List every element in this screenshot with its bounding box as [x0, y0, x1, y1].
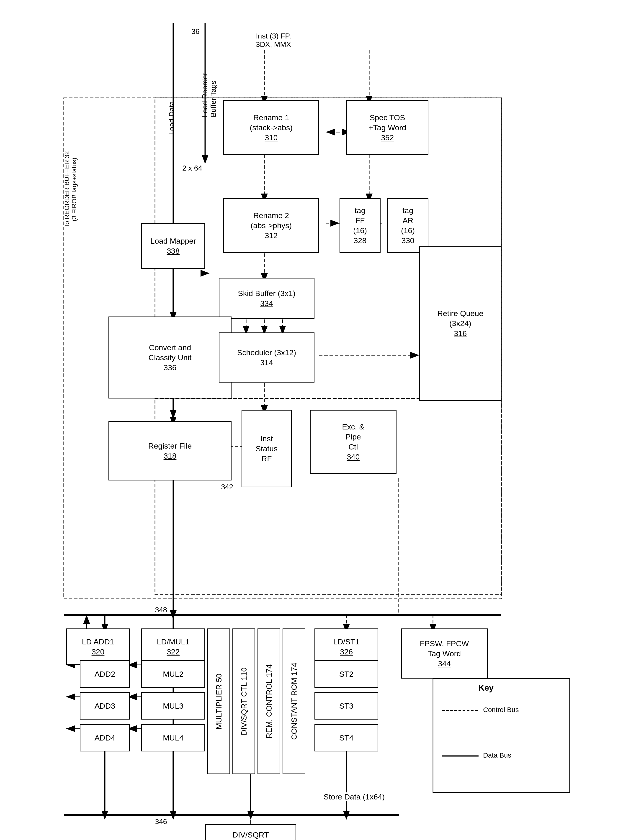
rename2-box: Rename 2(abs->phys) 312	[223, 198, 319, 253]
add3-label: ADD3	[95, 701, 115, 711]
svg-marker-75	[410, 352, 419, 359]
ld-st1-label: LD/ST1	[333, 637, 360, 647]
tag-ff-box: tagFF(16) 328	[340, 198, 380, 253]
st4-label: ST4	[339, 733, 354, 743]
svg-marker-67	[170, 810, 177, 820]
svg-marker-51	[66, 725, 75, 732]
tag-ar-box: tagAR(16) 330	[388, 198, 428, 253]
convert-classify-box: Convert andClassify Unit 336	[108, 317, 232, 399]
data-bus-label: Data Bus	[483, 751, 511, 759]
diagram-container: Rename 1(stack->abs) 310 Spec TOS+Tag Wo…	[0, 0, 618, 840]
retire-queue-ref: 316	[454, 328, 467, 338]
ref-342-label: 342	[221, 483, 233, 491]
fpsw-ref: 344	[438, 659, 451, 668]
ld-add1-box: LD ADD1 320	[66, 628, 130, 665]
ld-mul1-box: LD/MUL1 322	[141, 628, 205, 665]
rename1-ref: 310	[265, 133, 278, 142]
rem-control-label: REM. CONTROL 174	[264, 664, 274, 738]
exc-pipe-label: Exc. &PipeCtl	[342, 422, 364, 452]
spec-tos-box: Spec TOS+Tag Word 352	[346, 100, 428, 155]
fpsw-label: FPSW, FPCWTag Word	[420, 639, 469, 659]
svg-marker-39	[170, 610, 177, 619]
spec-tos-label: Spec TOS+Tag Word	[369, 113, 406, 133]
store-data-label: Store Data (1x64)	[324, 793, 385, 801]
ref-36-label: 36	[192, 27, 200, 36]
add2-box: ADD2	[80, 660, 130, 688]
exc-pipe-ref: 340	[347, 452, 360, 462]
ld-add1-ref: 320	[92, 647, 105, 657]
svg-marker-19	[326, 129, 335, 135]
two-x-64-label: 2 x 64	[182, 164, 202, 172]
load-mapper-ref: 338	[167, 246, 180, 256]
ref-346-label: 346	[155, 818, 167, 826]
st4-box: ST4	[315, 724, 378, 751]
skid-buffer-box: Skid Buffer (3x1) 334	[219, 278, 315, 319]
rename2-ref: 312	[265, 230, 278, 240]
to-reorder-label: To REORDER BUFFER 32(3 FIROB tags+status…	[63, 133, 78, 246]
add2-label: ADD2	[95, 669, 115, 679]
key-title-label: Key	[478, 683, 493, 693]
ld-st1-box: LD/ST1 326	[315, 628, 378, 665]
mul3-box: MUL3	[141, 692, 205, 720]
control-bus-label: Control Bus	[483, 706, 519, 714]
mul2-label: MUL2	[163, 669, 184, 679]
rename1-box: Rename 1(stack->abs) 310	[223, 100, 319, 155]
svg-marker-4	[170, 410, 177, 419]
register-file-ref: 318	[163, 451, 177, 461]
mul2-box: MUL2	[141, 660, 205, 688]
svg-rect-78	[433, 679, 570, 793]
rename2-label: Rename 2(abs->phys)	[251, 210, 292, 230]
mul3-label: MUL3	[163, 701, 184, 711]
spec-tos-ref: 352	[381, 133, 394, 142]
convert-classify-ref: 336	[163, 363, 177, 373]
multiplier-label: MULTIPLIER 50	[214, 674, 224, 729]
scheduler-ref: 314	[260, 357, 273, 367]
convert-classify-label: Convert andClassify Unit	[149, 342, 192, 363]
add3-box: ADD3	[80, 692, 130, 720]
inst-fp-label: Inst (3) FP,3DX, MMX	[239, 32, 308, 49]
tag-ar-label: tagAR(16)	[401, 205, 415, 236]
ld-mul1-ref: 322	[167, 647, 180, 657]
div-sqrt-rom-label: DIV/SQRTROM	[232, 830, 269, 840]
constant-rom-label: CONSTANT ROM 174	[289, 663, 299, 740]
svg-marker-43	[83, 615, 90, 624]
add4-box: ADD4	[80, 724, 130, 751]
fpsw-box: FPSW, FPCWTag Word 344	[401, 628, 488, 679]
svg-marker-21	[330, 220, 340, 227]
load-mapper-box: Load Mapper 338	[141, 223, 205, 269]
scheduler-box: Scheduler (3x12) 314	[219, 332, 315, 382]
rename1-label: Rename 1(stack->abs)	[250, 113, 293, 133]
div-sqrt-ctl-label: DIV/SQRT CTL 110	[239, 667, 249, 735]
load-reorder-label: Load ReorderBuffer Tags	[201, 73, 218, 117]
register-file-box: Register File 318	[108, 421, 232, 480]
svg-marker-36	[201, 270, 209, 277]
inst-status-label: InstStatusRF	[256, 434, 278, 464]
inst-status-box: InstStatusRF	[242, 410, 292, 487]
mul4-box: MUL4	[141, 724, 205, 751]
svg-marker-69	[247, 810, 254, 820]
tag-ff-ref: 328	[354, 236, 367, 246]
tag-ff-label: tagFF(16)	[353, 205, 367, 236]
register-file-label: Register File	[149, 441, 192, 451]
ld-add1-label: LD ADD1	[82, 637, 114, 647]
ld-st1-ref: 326	[340, 647, 353, 657]
retire-queue-label: Retire Queue(3x24)	[437, 308, 483, 328]
svg-marker-49	[66, 693, 75, 700]
ref-348-label: 348	[155, 606, 167, 614]
svg-marker-6	[202, 155, 208, 164]
div-sqrt-ctl-box: DIV/SQRT CTL 110	[232, 628, 255, 774]
div-sqrt-rom-box: DIV/SQRTROM 178	[205, 824, 296, 840]
constant-rom-box: CONSTANT ROM 174	[282, 628, 305, 774]
exc-pipe-box: Exc. &PipeCtl 340	[310, 410, 397, 474]
multiplier-box: MULTIPLIER 50	[207, 628, 230, 774]
ld-mul1-label: LD/MUL1	[157, 637, 190, 647]
st2-box: ST2	[315, 660, 378, 688]
st3-label: ST3	[339, 701, 354, 711]
skid-buffer-ref: 334	[260, 298, 273, 308]
svg-marker-41	[170, 810, 177, 820]
retire-queue-box: Retire Queue(3x24) 316	[419, 246, 501, 401]
rem-control-box: REM. CONTROL 174	[257, 628, 280, 774]
skid-buffer-label: Skid Buffer (3x1)	[238, 288, 296, 298]
scheduler-label: Scheduler (3x12)	[237, 347, 296, 357]
svg-marker-71	[343, 810, 350, 820]
